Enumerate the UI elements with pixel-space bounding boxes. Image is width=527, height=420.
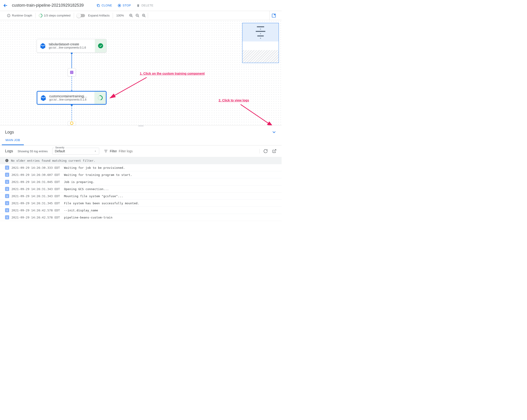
artifact-node[interactable] [68,68,76,76]
log-message: Mounting file system "gcsfuse"... [62,194,123,198]
svg-rect-0 [98,5,100,7]
logs-label: Logs [5,149,13,153]
log-message: Waiting for job to be provisioned. [62,166,125,170]
minimap[interactable] [242,23,279,63]
info-badge-icon: i [5,201,9,205]
annotation-1: 1. Click on the custom training componen… [140,72,205,75]
log-row[interactable]: i2021-09-29 14:26:31.343 EDT Mounting fi… [0,193,282,200]
log-row[interactable]: i2021-09-29 14:26:30.607 EDT Waiting for… [0,171,282,178]
svg-line-13 [110,77,147,98]
trash-icon [136,4,140,7]
zoom-level: 100% [113,11,127,20]
svg-rect-8 [274,14,275,15]
back-button[interactable] [3,3,8,8]
log-row[interactable]: i2021-09-29 14:26:31.045 EDT Job is prep… [0,178,282,185]
log-row[interactable]: i2021-09-29 14:26:42.578 EDT pipeline-be… [0,214,282,221]
log-banner: No older entries found matching current … [0,157,282,164]
svg-point-17 [7,160,7,160]
clone-icon [97,4,100,7]
page-title: custom-train-pipeline-20210929182539 [12,3,84,8]
svg-rect-2 [119,5,120,6]
info-badge-icon: i [5,173,9,177]
zoom-reset-icon[interactable] [142,13,146,18]
check-icon [98,43,103,48]
logs-title: Logs [5,130,14,135]
progress-indicator: 1/3 steps completed [35,11,74,20]
node-subtitle: gcr.io/…line-components:0.1.6 [49,46,95,49]
logs-panel: Logs MAIN JOB Logs Showing 55 log entrie… [0,125,282,221]
log-row[interactable]: i2021-09-29 14:26:31.343 EDT Opening GCS… [0,185,282,193]
log-row[interactable]: i2021-09-29 14:26:31.345 EDT File system… [0,200,282,207]
cube-icon [40,43,46,49]
node-partial[interactable] [68,121,76,125]
info-badge-icon: i [5,215,9,219]
node-status-complete [95,39,106,53]
info-badge-icon: i [5,187,9,191]
log-message: pipeline-beans-custom-train [62,216,112,219]
node-status-running [94,92,106,104]
log-timestamp: 2021-09-29 14:26:31.343 EDT [11,187,60,191]
node-title: tabulardataset-create [49,42,95,46]
node-customcontainertrainingjob[interactable]: customcontainertrainingj… gcr.io/…line-c… [37,91,107,105]
delete-button[interactable]: DELETE [136,4,153,7]
info-badge-icon: i [5,194,9,198]
info-badge-icon: i [5,180,9,184]
log-timestamp: 2021-09-29 14:26:42.578 EDT [11,216,60,219]
runtime-graph-button[interactable]: Runtime Graph [4,11,35,20]
chevron-down-icon [272,130,276,135]
svg-rect-12 [70,71,73,74]
refresh-icon[interactable] [263,149,268,153]
dataset-icon [70,70,74,75]
info-badge-icon: i [5,166,9,170]
arrow-left-icon [3,3,8,8]
annotation-2: 2. Click to view logs [219,98,249,102]
expand-artifacts-toggle[interactable]: Expand Artifacts [74,11,113,20]
log-timestamp: 2021-09-29 14:26:31.345 EDT [11,202,60,205]
info-solid-icon [5,159,9,162]
log-timestamp: 2021-09-29 14:26:42.578 EDT [11,209,60,212]
filter-label: Filter [110,149,117,153]
filter-input[interactable] [119,149,255,153]
fullscreen-button[interactable] [269,11,278,20]
zoom-out-icon[interactable] [135,13,140,18]
node-title: customcontainertrainingj… [49,94,94,98]
log-timestamp: 2021-09-29 14:26:30.333 EDT [11,166,60,170]
log-row[interactable]: i2021-09-29 14:26:42.578 EDT --init.disp… [0,207,282,214]
severity-dropdown[interactable]: Severity Default [52,148,99,155]
toolbar: Runtime Graph 1/3 steps completed Expand… [0,11,282,20]
pipeline-graph[interactable]: tabulardataset-create gcr.io/…line-compo… [0,20,282,125]
log-message: Waiting for training program to start. [62,173,132,177]
info-icon [7,14,11,17]
log-message: Job is preparing. [62,180,94,184]
log-list: No older entries found matching current … [0,157,282,221]
drag-handle[interactable] [138,126,144,126]
open-external-icon[interactable] [272,149,276,153]
log-message: File system has been successfully mounte… [62,202,139,205]
svg-rect-16 [7,160,7,162]
log-timestamp: 2021-09-29 14:26:30.607 EDT [11,173,60,177]
running-icon [97,94,104,101]
page-header: custom-train-pipeline-20210929182539 CLO… [0,0,282,11]
clone-button[interactable]: CLONE [97,4,112,7]
pending-icon [70,122,73,125]
svg-line-14 [241,104,273,125]
info-badge-icon: i [5,208,9,212]
tab-main-job[interactable]: MAIN JOB [2,136,24,145]
log-timestamp: 2021-09-29 14:26:31.343 EDT [11,194,60,198]
stop-icon [118,4,121,7]
log-row[interactable]: i2021-09-29 14:26:30.333 EDT Waiting for… [0,164,282,171]
zoom-in-icon[interactable] [129,13,133,18]
fullscreen-icon [272,13,276,18]
node-subtitle: gcr.io/…line-components:0.1.6 [49,98,94,101]
log-message: Opening GCS connection... [62,187,109,191]
logs-collapse-button[interactable] [272,130,276,135]
toggle-switch[interactable] [77,14,85,17]
progress-circle-icon [38,13,43,18]
stop-button[interactable]: STOP [118,4,131,7]
log-timestamp: 2021-09-29 14:26:31.045 EDT [11,180,60,184]
logs-tabs: MAIN JOB [0,136,282,145]
cube-icon [40,95,46,101]
dropdown-icon [94,150,97,152]
node-tabulardataset-create[interactable]: tabulardataset-create gcr.io/…line-compo… [37,39,107,53]
logs-filter-row: Logs Showing 55 log entries Severity Def… [0,145,282,157]
